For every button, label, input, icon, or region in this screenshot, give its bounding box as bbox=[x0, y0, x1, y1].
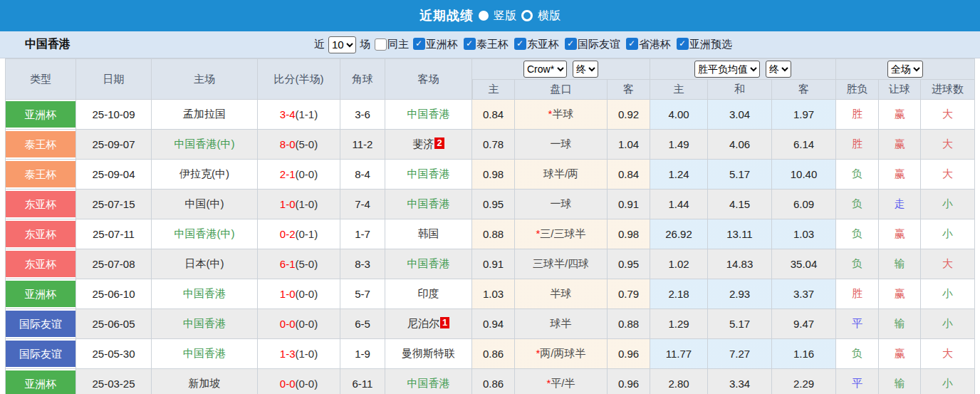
col-header-avg-home: 主 bbox=[650, 80, 708, 100]
away-team: 中国香港 bbox=[385, 249, 472, 279]
col-header-corner: 角球 bbox=[340, 58, 385, 100]
kings-cup-checkbox[interactable] bbox=[464, 38, 476, 50]
result-handicap: 赢 bbox=[879, 160, 921, 190]
handicap-line: 球半 bbox=[515, 309, 608, 339]
bookmaker-select[interactable]: Crow* bbox=[523, 61, 567, 78]
east-asian-cup-checkbox[interactable] bbox=[514, 38, 526, 50]
away-team: 中国香港 bbox=[385, 369, 472, 394]
handicap-line: *半球 bbox=[515, 100, 608, 130]
handicap-line: *平/半 bbox=[515, 369, 608, 394]
horizontal-layout-label[interactable]: 横版 bbox=[538, 9, 561, 24]
away-team: 印度 bbox=[385, 279, 472, 309]
corner-score: 6-11 bbox=[340, 369, 385, 394]
handicap-line: 一球 bbox=[515, 190, 608, 219]
table-row: 东亚杯 25-07-15 中国(中) 1-0(1-0) 7-4 中国香港 0.9… bbox=[5, 190, 975, 219]
avg-home-odds: 2.18 bbox=[650, 279, 708, 309]
half-time-score: (1-0) bbox=[296, 198, 318, 210]
home-team: 伊拉克(中) bbox=[152, 160, 258, 190]
corner-score: 8-3 bbox=[340, 249, 385, 279]
score-cell: 1-0(0-0) bbox=[258, 279, 340, 309]
col-header-away: 客场 bbox=[385, 58, 472, 100]
avg-away-odds: 1.03 bbox=[772, 219, 836, 249]
result-group-header: 全场 bbox=[836, 58, 975, 80]
col-header-date: 日期 bbox=[76, 58, 152, 100]
result-wdl: 负 bbox=[836, 190, 879, 219]
asian-cup-label: 亚洲杯 bbox=[426, 38, 458, 50]
asian-qualifier-checkbox[interactable] bbox=[677, 38, 689, 50]
score-cell: 1-3(1-0) bbox=[258, 339, 340, 369]
result-handicap: 赢 bbox=[879, 130, 921, 160]
avg-away-odds: 6.09 bbox=[772, 190, 836, 219]
avg-draw-odds: 14.83 bbox=[708, 249, 772, 279]
full-time-score: 3-4 bbox=[280, 108, 296, 120]
handicap-home-odds: 0.98 bbox=[472, 160, 515, 190]
title-bar: 近期战绩 竖版 横版 bbox=[0, 0, 980, 31]
away-team: 斐济2 bbox=[385, 130, 472, 160]
avg-away-odds: 3.37 bbox=[772, 279, 836, 309]
result-handicap: 赢 bbox=[879, 219, 921, 249]
match-date: 25-09-04 bbox=[76, 160, 152, 190]
handicap-line: 三球半/四球 bbox=[515, 249, 608, 279]
handicap-time-select[interactable]: 终 bbox=[573, 61, 598, 78]
half-time-score: (5-0) bbox=[296, 258, 318, 270]
col-header-score: 比分(半场) bbox=[258, 58, 340, 100]
corner-score: 5-7 bbox=[340, 279, 385, 309]
vertical-layout-label[interactable]: 竖版 bbox=[494, 9, 516, 24]
competition-badge: 亚洲杯 bbox=[6, 370, 75, 394]
friendly-checkbox[interactable] bbox=[565, 38, 577, 50]
result-wdl: 负 bbox=[836, 219, 879, 249]
half-time-score: (0-0) bbox=[296, 318, 318, 330]
provincial-cup-checkbox[interactable] bbox=[626, 38, 638, 50]
filter-bar: 中国香港 近 10 场 同主 亚洲杯 泰王杯 东亚杯 国际友谊 省港杯 亚洲预选 bbox=[0, 31, 980, 58]
avg-draw-odds: 2.93 bbox=[708, 279, 772, 309]
recent-count-select[interactable]: 10 bbox=[328, 36, 356, 53]
competition-filter: 东亚杯 bbox=[510, 38, 559, 51]
results-tbody: 亚洲杯 25-10-09 孟加拉国 3-4(1-1) 3-6 中国香港 0.84… bbox=[5, 100, 975, 394]
avg-draw-odds: 5.17 bbox=[708, 160, 772, 190]
home-team: 孟加拉国 bbox=[152, 100, 258, 130]
avg-market-select[interactable]: 胜平负均值 bbox=[694, 61, 760, 78]
result-goals: 大 bbox=[921, 339, 975, 369]
competition-badge: 东亚杯 bbox=[6, 251, 75, 277]
avg-home-odds: 1.44 bbox=[650, 190, 708, 219]
result-handicap: 赢 bbox=[879, 279, 921, 309]
competition-type-cell: 泰王杯 bbox=[5, 160, 76, 190]
avg-group-header: 胜平负均值终 bbox=[650, 58, 836, 80]
handicap-home-odds: 0.86 bbox=[472, 339, 515, 369]
corner-score: 1-7 bbox=[340, 219, 385, 249]
horizontal-layout-radio-icon[interactable] bbox=[521, 10, 533, 21]
kings-cup-label: 泰王杯 bbox=[476, 38, 509, 50]
result-wdl: 负 bbox=[836, 160, 879, 190]
full-time-score: 1-0 bbox=[280, 198, 296, 210]
avg-home-odds: 2.80 bbox=[650, 369, 708, 394]
vertical-layout-radio-icon[interactable] bbox=[479, 11, 489, 21]
handicap-away-odds: 0.88 bbox=[608, 309, 650, 339]
avg-draw-odds: 4.06 bbox=[708, 130, 772, 160]
avg-away-odds: 2.29 bbox=[772, 369, 836, 394]
avg-draw-odds: 3.04 bbox=[708, 100, 772, 130]
match-date: 25-07-15 bbox=[76, 190, 152, 219]
result-handicap: 走 bbox=[879, 190, 921, 219]
home-team: 中国香港 bbox=[152, 309, 258, 339]
avg-away-odds: 9.47 bbox=[772, 309, 836, 339]
result-goals: 大 bbox=[921, 100, 975, 130]
competition-badge: 东亚杯 bbox=[6, 221, 75, 247]
handicap-home-odds: 0.95 bbox=[472, 190, 515, 219]
asian-qualifier-label: 亚洲预选 bbox=[689, 38, 732, 50]
away-team: 中国香港 bbox=[385, 160, 472, 190]
avg-away-odds: 1.16 bbox=[772, 339, 836, 369]
handicap-home-odds: 0.78 bbox=[472, 130, 515, 160]
avg-time-select[interactable]: 终 bbox=[766, 61, 791, 78]
avg-home-odds: 1.49 bbox=[650, 130, 708, 160]
handicap-away-odds: 0.84 bbox=[608, 160, 650, 190]
avg-draw-odds: 7.27 bbox=[708, 339, 772, 369]
home-team: 中国香港(中) bbox=[152, 219, 258, 249]
full-time-score: 0-2 bbox=[280, 228, 296, 240]
scope-select[interactable]: 全场 bbox=[887, 61, 923, 78]
same-home-checkbox[interactable] bbox=[375, 38, 387, 51]
result-goals: 小 bbox=[921, 309, 975, 339]
competition-type-cell: 泰王杯 bbox=[5, 130, 76, 160]
recent-label: 近 bbox=[314, 38, 325, 51]
asian-cup-checkbox[interactable] bbox=[413, 38, 425, 50]
match-date: 25-03-25 bbox=[76, 369, 152, 394]
